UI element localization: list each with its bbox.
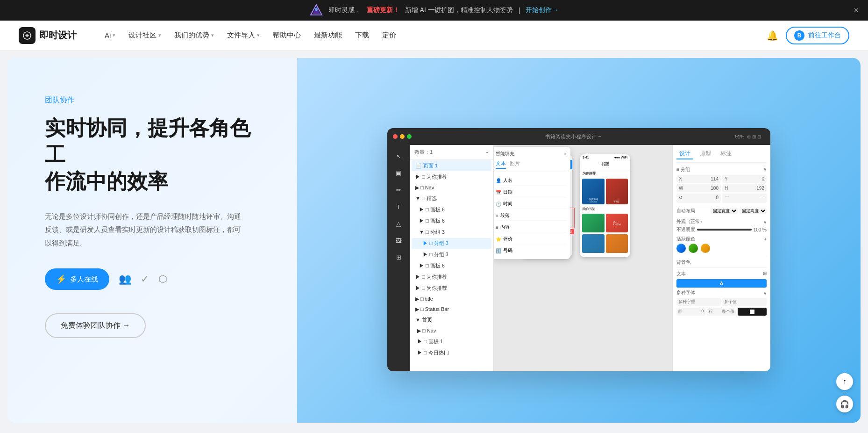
appearance-section: 外观（正常） ∨ 不透明度 100 % [676,218,767,233]
layer-item-nav2[interactable]: ▶ □ Nav [412,326,491,336]
prop-w[interactable]: W 100 [676,184,721,192]
tool-shape[interactable]: △ [391,216,406,231]
layer-item-board4[interactable]: ▶ □ 画板 1 [412,336,491,347]
scroll-to-top-button[interactable]: ↑ [836,373,853,390]
notification-bell-icon[interactable]: 🔔 [767,30,778,41]
fill-add[interactable]: + [764,237,767,242]
myshelf-book-3[interactable] [582,234,605,253]
layer-item-board1[interactable]: ▶ □ 画板 6 [412,204,491,215]
fill-tab-text[interactable]: 文本 [496,160,506,169]
fill-field-number[interactable]: 🔢 号码 [496,246,567,255]
cube-icon: ⬡ [158,273,167,285]
h-label: H [725,186,728,191]
prop-h[interactable]: H 192 [722,184,767,192]
r-tab-design[interactable]: 设计 [676,149,693,159]
tool-component[interactable]: ⊞ [391,250,406,265]
font-weight-select[interactable]: 多种字重 [676,298,721,306]
fixed-width-select[interactable]: 固定宽度 [711,208,738,214]
fill-field-date[interactable]: 📅 日期 [496,188,567,197]
layer-item-statusbar[interactable]: ▶ □ Status Bar [412,304,491,314]
layer-item-recommend2[interactable]: ▶ □ 为你推荐 [412,272,491,282]
appearance-expand[interactable]: ∨ [763,219,767,224]
nav-advantages-chevron: ▾ [211,32,214,38]
line-height-prop[interactable]: 行 多个值 [707,308,736,316]
layer-item-title[interactable]: ▶ □ title [412,294,491,304]
fixed-height-select[interactable]: 固定高度 [740,208,767,214]
r-tab-annotation[interactable]: 标注 [718,149,734,159]
layer-item-subgroup-selected[interactable]: ▶ □ 分组 3 [412,238,491,249]
nav-item-ai[interactable]: Ai ▾ [99,28,121,43]
banner-close-button[interactable]: × [854,6,859,15]
avatar-2[interactable] [689,244,698,253]
layer-item-recommend1[interactable]: ▶ □ 为你推荐 [412,172,491,182]
prop-corner[interactable]: ⌒ — [722,194,767,203]
minimize-window-dot[interactable] [400,134,405,139]
nav-item-pricing[interactable]: 定价 [377,27,402,43]
text-section-expand[interactable]: ⊞ [763,271,767,277]
layer-item-nav[interactable]: ▶ □ Nav [412,183,491,193]
nav-item-import[interactable]: 文件导入 ▾ [221,27,265,43]
shelf-book-2[interactable]: FIRE [606,179,628,204]
multi-user-button[interactable]: ⚡ 多人在线 [45,268,109,290]
layer-item-page1[interactable]: 📄 页面 1 [412,160,491,171]
banner-divider: | [519,7,520,14]
close-window-dot[interactable] [393,134,398,139]
cta-button[interactable]: 免费体验团队协作 → [45,313,146,338]
myshelf-book-1[interactable] [582,214,605,232]
r-tab-prototype[interactable]: 原型 [697,149,714,159]
prop-y[interactable]: Y 0 [722,175,767,183]
fill-panel-title: 暂能填充 [496,151,514,157]
myshelf-book-4[interactable] [606,234,628,253]
font-expand[interactable]: ∨ [763,290,767,296]
tool-image[interactable]: 🖼 [391,233,406,248]
tool-frame[interactable]: ▣ [391,166,406,180]
layer-item-homepage[interactable]: ▼ 首页 [412,315,491,325]
layer-item-trending[interactable]: ▶ □ 今日热门 [412,347,491,358]
avatar-3[interactable] [701,244,710,253]
banner-link[interactable]: 开始创作→ [526,6,558,14]
nav-item-download[interactable]: 下载 [349,27,375,43]
layer-item-board3[interactable]: ▶ □ 画板 6 [412,260,491,271]
fill-field-name[interactable]: 👤 人名 [496,176,567,186]
app-canvas[interactable]: 9:41 ●●● WiFi 开启阅读 即时设计 Pro [494,145,672,371]
fill-field-content[interactable]: ≡ 内容 [496,223,567,232]
layer-item-recommend3[interactable]: ▶ □ 为你推荐 [412,283,491,294]
layer-item-board2[interactable]: ▶ □ 画板 6 [412,216,491,226]
prop-rotation[interactable]: ↺ 0 [676,194,721,203]
workspace-button[interactable]: B 前往工作台 [786,27,849,44]
fill-panel-close[interactable]: × [564,152,567,157]
fill-field-paragraph[interactable]: ≡ 段落 [496,211,567,221]
tool-text[interactable]: T [391,199,406,214]
color-swatch[interactable] [738,308,767,316]
tool-pen[interactable]: ✏ [391,182,406,197]
layer-item-subgroup2[interactable]: ▶ □ 分组 3 [412,249,491,260]
tool-cursor[interactable]: ↖ [391,149,406,164]
align-expand[interactable]: ∨ [763,166,767,173]
nav-item-community[interactable]: 设计社区 ▾ [123,27,167,43]
fill-tab-image[interactable]: 图片 [510,160,520,169]
myshelf-book-2[interactable]: LETTHEM [606,214,628,232]
phone-signal-2: ●●● WiFi [614,156,627,159]
prop-x[interactable]: X 114 [676,175,721,183]
layer-item-group3[interactable]: ▼ □ 分组 3 [412,227,491,238]
opacity-slider[interactable] [697,229,752,231]
logo-icon [19,27,36,44]
nav-item-advantages[interactable]: 我们的优势 ▾ [169,27,220,43]
text-type-btn[interactable]: A [676,279,767,288]
nav-item-help[interactable]: 帮助中心 [267,27,306,43]
fill-field-time[interactable]: 🕐 时间 [496,199,567,209]
avatar-1[interactable] [676,244,686,253]
corner-icon: ⌒ [725,195,729,202]
nav-item-features[interactable]: 最新功能 [308,27,348,43]
layer-item-featured[interactable]: ▼ □ 精选 [412,193,491,204]
maximize-window-dot[interactable] [407,134,412,139]
font-size-value[interactable]: 多个值 [722,298,767,306]
phone-time-2: 9:41 [583,156,589,159]
text-align-label: 间 [678,309,683,315]
fill-field-review[interactable]: ⭐ 评价 [496,234,567,244]
layer-add-icon[interactable]: + [486,150,489,155]
shelf-book-1[interactable]: 保护海滩 自然之旅 [582,179,605,204]
logo[interactable]: 即时设计 [19,27,77,44]
headset-button[interactable]: 🎧 [836,396,853,412]
text-align-prop[interactable]: 间 0 [676,308,705,316]
